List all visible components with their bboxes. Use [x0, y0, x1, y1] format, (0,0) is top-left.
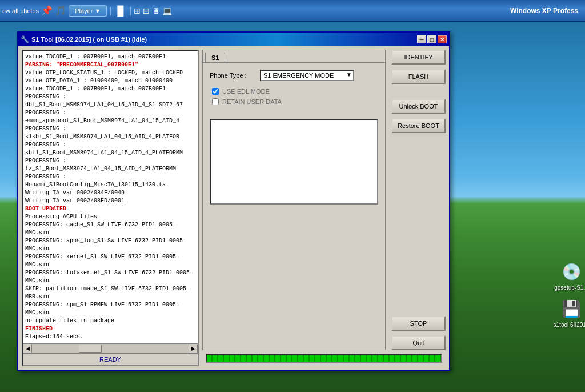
log-content[interactable]: value IDCODE_1 : 007B00E1, match 007B00E…: [23, 51, 198, 343]
scroll-thumb[interactable]: [79, 345, 102, 353]
restore-boot-button[interactable]: Restore BOOT: [391, 118, 446, 133]
minimize-button[interactable]: ─: [417, 35, 426, 43]
player-button[interactable]: Player ▼: [69, 5, 107, 17]
taskbar: ew all photos 📌 🎵 Player ▼ | ▐▌ | ⊞ ⊟ 🖥 …: [0, 0, 585, 22]
desktop-icon-gpsetup[interactable]: 💿 gpsetup-S1...: [551, 260, 585, 291]
s1tool-icon: 💾: [560, 297, 583, 320]
btn-spacer1: [391, 89, 446, 94]
log-line-11: Writing TA var 0002/084F/0049: [25, 189, 195, 197]
identify-button[interactable]: IDENTIFY: [391, 50, 446, 65]
toolbar-sep1: |: [109, 6, 111, 16]
taskbar-left-text: ew all photos: [2, 7, 39, 14]
window-icon: 🔧: [21, 35, 29, 43]
toolbar-icon4[interactable]: ⊞: [134, 6, 141, 15]
flash-button[interactable]: FLASH: [391, 69, 446, 84]
unlock-boot-button[interactable]: Unlock BOOT: [391, 99, 446, 114]
log-line-20: PROCESSING: rpm_S1-RPMFW-LIVE-6732-PID1-…: [25, 301, 195, 317]
maximize-button[interactable]: □: [427, 35, 436, 43]
log-line-13: BOOT UPDATED: [25, 205, 195, 213]
stop-button[interactable]: STOP: [391, 316, 446, 331]
log-line-22: FINISHED: [25, 325, 195, 333]
taskbar-right-text: Windows XP Profess: [506, 7, 583, 15]
window-controls: ─ □ ✕: [417, 35, 447, 43]
right-controls-top: IDENTIFY FLASH Unlock BOOT Restore BOOT: [391, 50, 446, 133]
s1-content: Phone Type : S1 EMERGENCY MODE S1 NORMAL…: [203, 63, 385, 115]
phone-type-row: Phone Type : S1 EMERGENCY MODE S1 NORMAL…: [210, 70, 378, 81]
log-line-21: no update files in package: [25, 317, 195, 325]
player-dropdown-icon: ▼: [94, 7, 101, 14]
log-line-12: Writing TA var 0002/08FD/0001: [25, 197, 195, 205]
log-line-2: value OTP_LOCK_STATUS_1 : LOCKED, match …: [25, 69, 195, 77]
log-line-15: PROCESSING: cache_S1-SW-LIVE-6732-PID1-0…: [25, 221, 195, 237]
center-content-panel: [210, 119, 378, 205]
s1-panel: S1 Phone Type : S1 EMERGENCY MODE S1 NOR…: [202, 50, 386, 350]
log-line-10: PROCESSING : Honami_S1BootConfig_MiscTA_…: [25, 173, 195, 189]
toolbar-icon7[interactable]: 💻: [162, 6, 172, 15]
toolbar-icon1[interactable]: 📌: [41, 5, 53, 16]
log-line-6: PROCESSING : emmc_appsboot_S1_Boot_MSM89…: [25, 109, 195, 125]
tab-header: S1: [203, 50, 385, 63]
right-controls-bottom: STOP Quit: [391, 316, 446, 350]
top-right: S1 Phone Type : S1 EMERGENCY MODE S1 NOR…: [202, 50, 446, 350]
phone-type-select-wrapper: S1 EMERGENCY MODE S1 NORMAL MODE ▼: [260, 70, 354, 81]
toolbar-icon6[interactable]: 🖥: [152, 6, 160, 15]
log-line-7: PROCESSING : s1sbl_S1_Boot_MSM8974_LA1_0…: [25, 125, 195, 141]
s1-tab[interactable]: S1: [205, 53, 225, 62]
taskbar-left: ew all photos 📌 🎵 Player ▼ | ▐▌ | ⊞ ⊟ 🖥 …: [2, 5, 506, 17]
log-scrollbar[interactable]: ◀ ▶: [23, 343, 198, 353]
toolbar-icon2[interactable]: 🎵: [55, 5, 66, 16]
use-edl-checkbox[interactable]: [212, 88, 219, 95]
log-line-17: PROCESSING: kernel_S1-SW-LIVE-6732-PID1-…: [25, 253, 195, 269]
log-line-5: PROCESSING : dbl_S1_Boot_MSM8974_LA1_04_…: [25, 93, 195, 109]
window-titlebar: 🔧 S1 Tool [06.02.2015] ( on USB #1) (idl…: [18, 33, 449, 46]
log-line-4: value IDCODE_1 : 007B00E1, match 007B00E…: [25, 85, 195, 93]
gpsetup-icon: 💿: [560, 260, 583, 283]
progress-bar-container: [206, 354, 442, 363]
log-line-23: Elapsed:154 secs.: [25, 333, 195, 341]
window-body: value IDCODE_1 : 007B00E1, match 007B00E…: [18, 46, 449, 370]
window-title-area: 🔧 S1 Tool [06.02.2015] ( on USB #1) (idl…: [21, 35, 147, 43]
gpsetup-label: gpsetup-S1...: [554, 285, 585, 291]
toolbar-icon3[interactable]: ▐▌: [114, 6, 127, 16]
retain-user-label: RETAIN USER DATA: [222, 98, 282, 105]
scroll-right-btn[interactable]: ▶: [189, 344, 198, 353]
toolbar-sep2: |: [129, 6, 131, 16]
s1tool-label: s1tool 6II2015: [554, 322, 585, 329]
log-line-0: value IDCODE_1 : 007B00E1, match 007B00E…: [25, 53, 195, 61]
log-panel: value IDCODE_1 : 007B00E1, match 007B00E…: [22, 50, 199, 366]
right-controls: IDENTIFY FLASH Unlock BOOT Restore BOOT …: [391, 50, 446, 350]
log-status: READY: [23, 353, 198, 365]
use-edl-label: USE EDL MODE: [222, 88, 270, 95]
scroll-track[interactable]: [32, 344, 189, 353]
s1-tab-container: S1 Phone Type : S1 EMERGENCY MODE S1 NOR…: [202, 50, 386, 350]
phone-type-select[interactable]: S1 EMERGENCY MODE S1 NORMAL MODE: [260, 70, 354, 81]
window-title-text: S1 Tool [06.02.2015] ( on USB #1) (idle): [31, 36, 147, 43]
desktop-icon-s1tool[interactable]: 💾 s1tool 6II2015: [551, 297, 585, 329]
retain-user-row: RETAIN USER DATA: [210, 98, 378, 105]
use-edl-row: USE EDL MODE: [210, 88, 378, 95]
retain-user-checkbox[interactable]: [212, 98, 219, 105]
btn-spacer-middle: [391, 138, 446, 311]
phone-type-label: Phone Type :: [210, 72, 255, 79]
app-window: 🔧 S1 Tool [06.02.2015] ( on USB #1) (idl…: [17, 31, 450, 371]
log-line-14: Processing ACPU files: [25, 213, 195, 221]
desktop: ew all photos 📌 🎵 Player ▼ | ▐▌ | ⊞ ⊟ 🖥 …: [0, 0, 585, 392]
log-line-9: PROCESSING : tz_S1_Boot_MSM8974_LA1_04_1…: [25, 157, 195, 173]
progress-bar-fill: [207, 355, 441, 362]
quit-button[interactable]: Quit: [391, 335, 446, 350]
toolbar-icon5[interactable]: ⊟: [143, 6, 150, 15]
log-line-8: PROCESSING : sbl1_S1_Boot_MSM8974_LA1_04…: [25, 141, 195, 157]
log-line-19: SKIP: partition-image_S1-SW-LIVE-6732-PI…: [25, 285, 195, 301]
log-line-18: PROCESSING: fotakernel_S1-SW-LIVE-6732-P…: [25, 269, 195, 285]
log-line-3: value OTP_DATA_1 : 01000400, match 01000…: [25, 77, 195, 85]
scroll-left-btn[interactable]: ◀: [23, 344, 32, 353]
log-line-1: PARSING: "PRECOMMERCIAL_007B00E1": [25, 61, 195, 69]
close-button[interactable]: ✕: [438, 35, 447, 43]
player-label: Player: [75, 7, 93, 14]
right-area: S1 Phone Type : S1 EMERGENCY MODE S1 NOR…: [202, 50, 446, 366]
log-line-16: PROCESSING: apps_log_S1-SW-LIVE-6732-PID…: [25, 237, 195, 253]
